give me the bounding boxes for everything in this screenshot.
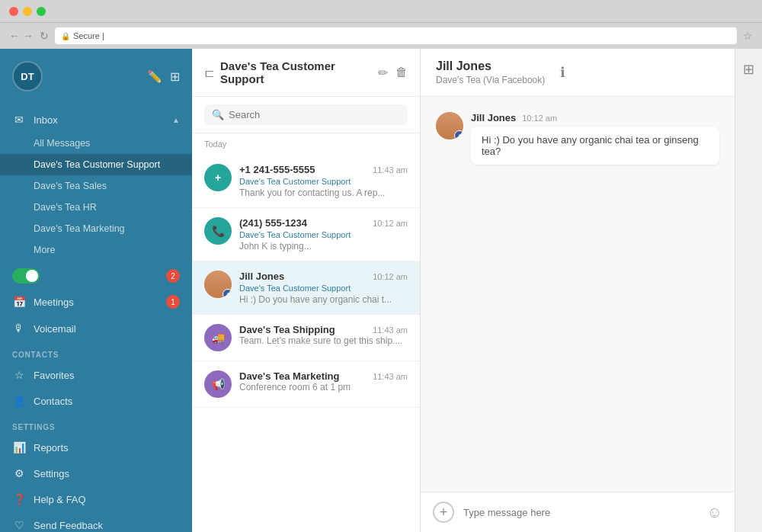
conversation-time: 11:43 am xyxy=(373,325,408,335)
search-input[interactable] xyxy=(229,109,400,120)
meetings-icon: 📅 xyxy=(12,296,26,308)
emoji-button[interactable]: ☺ xyxy=(707,504,722,521)
conversation-name: Jill Jones xyxy=(239,271,284,282)
conversation-preview: Team. Let's make sure to get this ship..… xyxy=(239,335,408,346)
sidebar-item-all-messages[interactable]: All Messages xyxy=(0,133,192,154)
sidebar-item-voicemail[interactable]: 🎙 Voicemail xyxy=(0,316,192,341)
toggle-badge: 2 xyxy=(166,269,180,283)
chat-contact-name: Jill Jones xyxy=(436,59,545,73)
forward-button[interactable]: → xyxy=(23,30,34,42)
sidebar-item-settings[interactable]: ⚙ Settings xyxy=(0,460,192,486)
conversation-avatar: 📢 xyxy=(204,370,232,398)
sidebar-header: DT ✏️ ⊞ xyxy=(0,49,192,104)
sidebar-item-daves-tea-support[interactable]: Dave's Tea Customer Support xyxy=(0,154,192,175)
back-nav-button[interactable]: ⊏ xyxy=(204,66,214,80)
chat-input-area: + ☺ xyxy=(421,492,735,532)
delete-conversations-button[interactable]: 🗑 xyxy=(395,66,408,80)
reports-icon: 📊 xyxy=(12,441,26,453)
conversation-item[interactable]: 📢 Dave's Tea Marketing 11:43 am Conferen… xyxy=(192,361,420,408)
conversation-time: 11:43 am xyxy=(373,372,408,381)
sidebar-item-contacts[interactable]: 👤 Contacts xyxy=(0,388,192,414)
conversation-item-selected[interactable]: f Jill Jones 10:12 am Dave's Tea Custome… xyxy=(192,261,420,315)
traffic-light-close[interactable] xyxy=(9,7,18,16)
message-meta: Jill Jones 10:12 am xyxy=(471,112,719,123)
chat-area: Jill Jones Dave's Tea (Via Facebook) ℹ f… xyxy=(421,49,735,532)
reports-label: Reports xyxy=(34,442,69,453)
settings-section-label: SETTINGS xyxy=(0,414,192,434)
sidebar-item-more[interactable]: More xyxy=(0,239,192,261)
sidebar-item-reports[interactable]: 📊 Reports xyxy=(0,434,192,460)
conversation-source: Dave's Tea Customer Support xyxy=(239,177,408,186)
inbox-icon: ✉ xyxy=(12,114,26,126)
inbox-section: ✉ Inbox ▲ All Messages Dave's Tea Custom… xyxy=(0,104,192,264)
sidebar-item-daves-tea-marketing[interactable]: Dave's Tea Marketing xyxy=(0,218,192,239)
inbox-arrow: ▲ xyxy=(172,116,180,124)
sidebar-item-daves-tea-hr[interactable]: Dave's Tea HR xyxy=(0,197,192,218)
conversation-avatar-photo: f xyxy=(204,271,232,298)
sidebar: DT ✏️ ⊞ ✉ Inbox ▲ All Messages Dave's Te… xyxy=(0,49,192,532)
traffic-light-minimize[interactable] xyxy=(23,7,32,16)
facebook-badge: f xyxy=(223,289,232,298)
url-text: Secure | xyxy=(73,31,104,40)
message-avatar: f xyxy=(436,112,463,139)
message-sender: Jill Jones xyxy=(471,112,516,123)
sidebar-item-help[interactable]: ❓ Help & FAQ xyxy=(0,486,192,512)
sidebar-item-daves-tea-sales[interactable]: Dave's Tea Sales xyxy=(0,175,192,197)
edit-conversations-button[interactable]: ✏ xyxy=(378,66,388,80)
conversation-source: Dave's Tea Customer Support xyxy=(239,230,408,239)
sidebar-item-inbox[interactable]: ✉ Inbox ▲ xyxy=(0,107,192,133)
conversation-name: +1 241-555-5555 xyxy=(239,164,315,175)
chat-messages: f Jill Jones 10:12 am Hi :) Do you have … xyxy=(421,97,735,492)
chat-info-button[interactable]: ℹ xyxy=(560,64,565,81)
conversation-source: Dave's Tea Customer Support xyxy=(239,284,408,293)
meetings-badge: 1 xyxy=(166,295,180,309)
conversation-preview: Thank you for contacting us. A rep... xyxy=(239,187,408,198)
conversation-content: (241) 555-1234 10:12 am Dave's Tea Custo… xyxy=(239,217,408,252)
feedback-icon: ♡ xyxy=(12,519,26,531)
search-icon: 🔍 xyxy=(212,109,224,120)
layers-button[interactable]: ⊞ xyxy=(743,61,754,78)
contacts-section-label: CONTACTS xyxy=(0,341,192,362)
add-attachment-button[interactable]: + xyxy=(433,502,454,523)
chat-input[interactable] xyxy=(463,507,698,518)
conversation-search: 🔍 xyxy=(192,97,420,133)
message-bubble: Hi :) Do you have any organic chai tea o… xyxy=(471,127,719,165)
conversation-name: Dave's Tea Shipping xyxy=(239,324,335,335)
refresh-button[interactable]: ↻ xyxy=(40,30,49,42)
help-icon: ❓ xyxy=(12,493,26,505)
voicemail-label: Voicemail xyxy=(34,323,76,335)
sidebar-item-favorites[interactable]: ☆ Favorites xyxy=(0,362,192,388)
settings-label: Settings xyxy=(34,468,69,479)
search-wrap: 🔍 xyxy=(204,104,408,125)
toggle-switch[interactable] xyxy=(12,268,40,284)
conversation-avatar: 🚚 xyxy=(204,324,232,351)
conversation-content: Dave's Tea Shipping 11:43 am Team. Let's… xyxy=(239,324,408,346)
conversation-item[interactable]: 📞 (241) 555-1234 10:12 am Dave's Tea Cus… xyxy=(192,208,420,261)
grid-button[interactable]: ⊞ xyxy=(170,69,180,84)
conversation-panel-title: Dave's Tea Customer Support xyxy=(220,59,378,85)
settings-icon: ⚙ xyxy=(12,467,26,479)
favorites-label: Favorites xyxy=(34,370,74,381)
traffic-light-expand[interactable] xyxy=(37,7,46,16)
url-bar: 🔒 Secure | xyxy=(55,27,737,44)
sidebar-item-meetings[interactable]: 📅 Meetings 1 xyxy=(0,288,192,316)
feedback-label: Send Feedback xyxy=(34,520,103,531)
conversation-header: ⊏ Dave's Tea Customer Support ✏ 🗑 xyxy=(192,49,420,97)
conversation-content: +1 241-555-5555 11:43 am Dave's Tea Cust… xyxy=(239,164,408,198)
conversation-name: Dave's Tea Marketing xyxy=(239,370,339,382)
lock-icon: 🔒 xyxy=(61,32,70,40)
contacts-icon: 👤 xyxy=(12,395,26,407)
conversation-item[interactable]: + +1 241-555-5555 11:43 am Dave's Tea Cu… xyxy=(192,155,420,208)
back-button[interactable]: ← xyxy=(9,30,20,42)
meetings-label: Meetings xyxy=(34,296,74,308)
compose-button[interactable]: ✏️ xyxy=(147,69,162,84)
browser-chrome xyxy=(0,0,762,23)
facebook-badge: f xyxy=(454,130,463,139)
conversation-preview: Hi :) Do you have any organic chai t... xyxy=(239,294,408,305)
avatar: DT xyxy=(12,61,43,91)
sidebar-item-feedback[interactable]: ♡ Send Feedback xyxy=(0,512,192,532)
message-content: Jill Jones 10:12 am Hi :) Do you have an… xyxy=(471,112,719,165)
bookmark-button[interactable]: ☆ xyxy=(743,30,753,42)
conversation-item[interactable]: 🚚 Dave's Tea Shipping 11:43 am Team. Let… xyxy=(192,315,420,361)
browser-bar: ← → ↻ 🔒 Secure | ☆ xyxy=(0,23,762,49)
